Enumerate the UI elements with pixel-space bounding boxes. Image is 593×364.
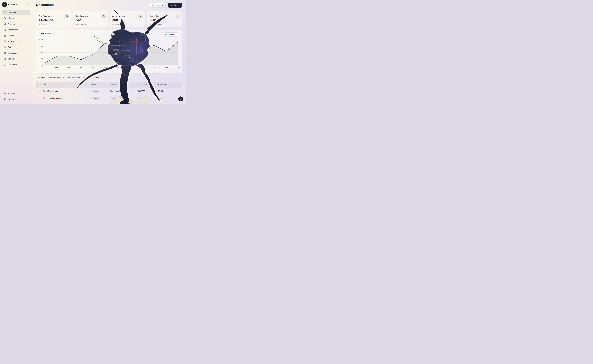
chart-line-icon [4,34,6,37]
stat-value: 590 [113,18,143,22]
gear-icon [4,98,6,101]
bar-chart-icon [4,23,6,25]
chevron-down-icon [175,33,178,36]
cell-growth-rate: -10.05% [157,90,177,92]
page-title: Documents [36,3,54,7]
sidebar-item-label: Settings [8,58,15,60]
history-icon [4,17,6,20]
sidebar-item-actile-accounts[interactable]: Actile Accounts [2,39,30,44]
sidebar-item-label: Documents [8,64,17,66]
sidebar-item-settings[interactable]: Settings [2,56,30,61]
sidebar-item-label: Settings [8,98,15,100]
bell-icon [139,15,142,17]
table-body: Trend DocumentsExistingSaran Mavisman3/0… [36,88,182,102]
cell-name: Secondary Documents [43,97,91,99]
column-header-last-update: Last update [138,84,157,86]
stat-iconbox [101,14,106,19]
tab-key-personnel[interactable]: Key Personnel [68,76,80,81]
table-row-secondary-documents: Secondary DocumentsCorrotorJack Chotrer6… [36,95,182,102]
user-circle-icon [4,92,6,95]
help-button[interactable]: ? [178,97,183,101]
sidebar-item-label: Customers [8,52,17,54]
sidebar-item-lifecycle[interactable]: Lifecycle [2,16,30,21]
chart-range-dropdown[interactable]: Morum free [163,32,180,37]
sidebar-item-deports[interactable]: Deports [2,33,30,38]
banknote-icon [66,15,68,17]
cell-personnel: Saran Mavisman [110,90,138,92]
dashboard-icon [4,11,6,14]
tab-outline[interactable]: Outline [38,76,45,81]
cell-last-update: 6/8/2023 [138,97,157,99]
dashboard-icon [4,11,6,14]
folder-icon [4,46,6,48]
svg-text:Apr: Apr [80,67,82,69]
gear-icon [4,98,6,101]
column-header-name: Name [43,84,91,86]
sidebar-item-acme-inc[interactable]: Acme Inc. [2,91,30,96]
sidebar-item-label: Notifications [8,29,18,31]
history-icon [4,17,6,20]
svg-text:1,000: 1,000 [39,52,43,53]
sidebar-item-label: Analytics [8,23,15,25]
svg-text:May: May [92,67,95,69]
sign-ure-button[interactable]: Sign Üre [168,3,182,8]
file-text-icon [4,64,6,66]
svg-text:Feb: Feb [55,67,58,69]
stat-cards: Total Revenue$1,267.54Total RevenueNew C… [36,11,182,27]
status-badge: Existing [91,90,100,93]
chevron-down-icon [178,4,180,6]
user-circle-icon [4,92,6,95]
main-content: Documents Settings Sign Üre Total Revenu… [32,0,186,104]
gear-icon [4,58,6,60]
sidebar-item-customers[interactable]: Customers [2,51,30,56]
sidebar-collapse-button[interactable] [27,4,30,6]
sidebar-item-settings[interactable]: Settings [2,97,30,102]
cards-icon [4,52,6,54]
status-badge: Corrotor [91,97,100,100]
topbar: Documents Settings Sign Üre [36,0,182,11]
svg-text:0: 0 [42,64,43,66]
sidebar-item-label: Acme Inc. [8,92,16,95]
table-header-row: NameStatusPersonnelLast updateGrowth rat… [36,82,182,88]
tab-focus-documents[interactable]: Focus Documents [84,76,99,81]
sign-button-label: Sign Üre [170,4,177,6]
sidebar-item-dashboard[interactable]: Dashboard [2,10,30,15]
users-icon [4,29,6,31]
visitors-line-chart: 05001,0001,5002,000JanFebMarAprMayJunJul… [36,30,182,74]
bar-chart-icon [4,23,6,25]
stat-value: 332 [75,18,106,22]
sidebar-item-analytics[interactable]: Analytics [2,21,30,27]
sidebar-footer: Acme Inc.Settings [2,91,30,102]
select-all-checkbox[interactable] [38,84,40,86]
svg-text:500: 500 [40,58,43,60]
file-text-icon [4,64,6,66]
sidebar-item-label: Lifecycle [8,17,15,19]
table-row-trend-documents: Trend DocumentsExistingSaran Mavisman3/0… [36,88,182,95]
settings-dropdown-button[interactable]: Settings [149,3,166,8]
sidebar-item-toras[interactable]: Toras [2,45,30,50]
settings-button-label: Settings [154,4,160,6]
stat-iconbox [64,14,69,19]
app-root: A Acme Inc. DashboardLifecycleAnalyticsN… [0,0,186,104]
tab-past-performance[interactable]: Past Performance [49,76,64,81]
sidebar-item-documents[interactable]: Documents [2,62,30,67]
svg-text:1,500: 1,500 [39,45,43,47]
documents-table: NameStatusPersonnelLast updateGrowth rat… [36,82,182,104]
row-checkbox[interactable] [38,90,40,92]
row-checkbox[interactable] [38,97,40,99]
sidebar-item-label: Deports [8,35,14,37]
column-header-status: Status [91,84,110,86]
sidebar: A Acme Inc. DashboardLifecycleAnalyticsN… [0,0,32,104]
svg-text:Oct: Oct [153,67,155,69]
stat-iconbox [175,14,180,19]
stat-card-growth-rate: Growth Rate-0.0%Year eiery growth [147,11,182,27]
chevron-down-icon [175,33,178,36]
sidebar-item-notifications[interactable]: Notifications [2,27,30,32]
sidebar-item-label: Toras [8,46,12,48]
chevron-down-icon [178,4,180,6]
svg-text:Mar: Mar [67,67,70,69]
stat-sub: Total Revenue [39,23,69,25]
stat-sub: Year eiery growth [149,23,180,25]
stat-value: $1,267.54 [39,18,69,22]
cell-last-update: 3/0/2023 [138,90,157,92]
